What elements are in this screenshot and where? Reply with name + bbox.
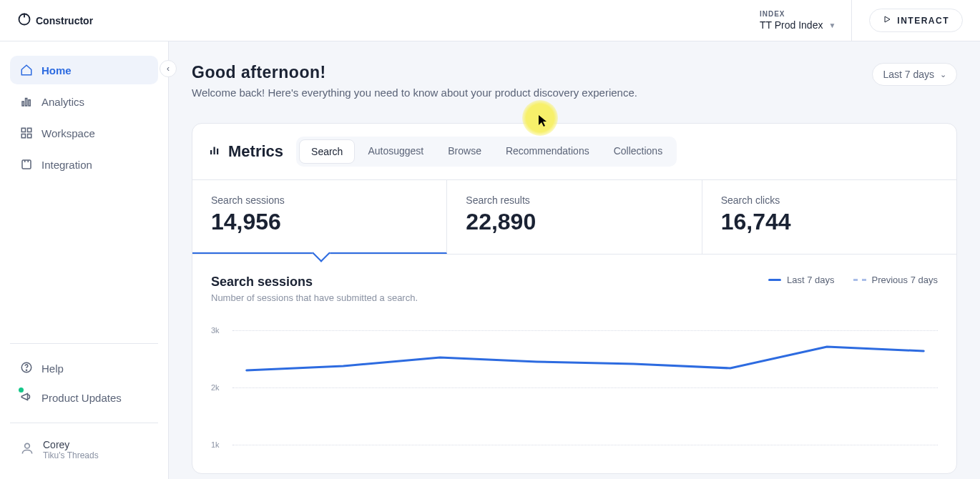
updates-label: Product Updates — [41, 392, 122, 404]
user-org: Tiku's Threads — [43, 450, 99, 460]
stat-search-sessions[interactable]: Search sessions 14,956 — [192, 180, 447, 254]
sidebar-product-updates[interactable]: Product Updates — [10, 383, 158, 413]
index-label: INDEX — [760, 10, 836, 18]
svg-marker-1 — [885, 16, 890, 22]
metrics-title: Metrics — [228, 142, 283, 161]
stat-label: Search clicks — [721, 194, 938, 206]
sidebar-item-integration[interactable]: Integration — [10, 150, 158, 179]
svg-rect-8 — [28, 134, 31, 138]
metrics-card: Metrics Search Autosuggest Browse Recomm… — [192, 123, 957, 474]
sidebar-help[interactable]: Help — [10, 354, 158, 383]
caret-down-icon: ▼ — [828, 21, 836, 29]
y-tick: 3k — [211, 326, 220, 335]
user-name: Corey — [43, 439, 99, 450]
page-header: Good afternoon! Welcome back! Here's eve… — [192, 63, 957, 99]
chart-area: 3k 2k 1k — [211, 316, 938, 459]
user-menu[interactable]: Corey Tiku's Threads — [10, 433, 158, 466]
stat-value: 14,956 — [211, 209, 428, 235]
play-icon — [883, 15, 891, 26]
tab-recommendations[interactable]: Recommendations — [494, 139, 601, 164]
sidebar-item-home[interactable]: Home — [10, 56, 158, 84]
chevron-down-icon: ⌄ — [940, 70, 946, 79]
svg-rect-13 — [210, 150, 212, 154]
svg-point-12 — [25, 443, 30, 448]
stat-label: Search results — [466, 194, 682, 206]
stat-value: 22,890 — [466, 209, 682, 235]
user-icon — [20, 441, 34, 458]
chart-section: Search sessions Number of sessions that … — [192, 255, 956, 473]
home-icon — [20, 64, 33, 76]
svg-rect-2 — [22, 102, 24, 106]
chart-subtitle: Number of sessions that have submitted a… — [211, 292, 418, 303]
help-icon — [20, 361, 33, 376]
help-label: Help — [41, 362, 64, 375]
svg-rect-9 — [22, 160, 31, 169]
stat-value: 16,744 — [721, 209, 938, 235]
megaphone-icon — [20, 390, 33, 405]
sidebar-item-label: Integration — [41, 159, 92, 171]
interact-button[interactable]: INTERACT — [869, 9, 963, 32]
sidebar-item-workspace[interactable]: Workspace — [10, 119, 158, 147]
chart-svg — [232, 316, 938, 459]
page-subgreeting: Welcome back! Here's everything you need… — [192, 87, 637, 99]
date-range-label: Last 7 days — [883, 69, 934, 80]
svg-rect-3 — [26, 99, 27, 107]
svg-rect-7 — [21, 134, 25, 138]
sidebar-item-label: Analytics — [41, 96, 84, 108]
logo-icon — [17, 12, 31, 29]
topbar: Constructor INDEX TT Prod Index ▼ INTERA… — [0, 0, 980, 41]
metrics-tabs: Search Autosuggest Browse Recommendation… — [296, 137, 677, 167]
svg-rect-4 — [29, 100, 30, 106]
notification-dot-icon — [19, 387, 24, 392]
svg-rect-6 — [28, 128, 31, 132]
y-tick: 1k — [211, 440, 220, 449]
tab-search[interactable]: Search — [299, 139, 355, 164]
tab-collections[interactable]: Collections — [602, 139, 674, 164]
sidebar-item-label: Workspace — [41, 127, 95, 139]
workspace-icon — [20, 127, 33, 139]
stat-search-results[interactable]: Search results 22,890 — [447, 180, 702, 254]
brand-logo[interactable]: Constructor — [17, 12, 93, 29]
index-selector[interactable]: INDEX TT Prod Index ▼ — [744, 0, 852, 41]
chart-title: Search sessions — [211, 275, 418, 290]
legend-current: Last 7 days — [768, 275, 835, 285]
tab-autosuggest[interactable]: Autosuggest — [356, 139, 435, 164]
date-range-selector[interactable]: Last 7 days ⌄ — [872, 63, 957, 86]
svg-rect-14 — [214, 147, 215, 155]
stat-row: Search sessions 14,956 Search results 22… — [192, 179, 956, 255]
sidebar-item-analytics[interactable]: Analytics — [10, 87, 158, 116]
bar-chart-icon — [208, 142, 221, 161]
chart-legend: Last 7 days Previous 7 days — [768, 275, 938, 285]
sidebar-item-label: Home — [41, 64, 72, 76]
stat-label: Search sessions — [211, 194, 428, 206]
legend-previous: Previous 7 days — [853, 275, 939, 285]
tab-browse[interactable]: Browse — [436, 139, 493, 164]
sidebar-collapse-button[interactable]: ‹ — [160, 60, 177, 77]
stat-search-clicks[interactable]: Search clicks 16,744 — [702, 180, 956, 254]
integration-icon — [20, 158, 33, 171]
interact-label: INTERACT — [897, 16, 949, 26]
y-tick: 2k — [211, 383, 220, 392]
chevron-left-icon: ‹ — [167, 64, 170, 74]
svg-rect-5 — [21, 128, 25, 132]
page-greeting: Good afternoon! — [192, 63, 637, 82]
svg-rect-15 — [217, 149, 218, 154]
legend-swatch-solid-icon — [768, 279, 781, 281]
legend-swatch-dashed-icon — [853, 279, 866, 281]
main-content: Good afternoon! Welcome back! Here's eve… — [169, 41, 980, 479]
index-value: TT Prod Index — [760, 19, 823, 31]
svg-point-11 — [26, 370, 26, 370]
analytics-icon — [20, 95, 33, 108]
sidebar: Home Analytics Workspace — [0, 41, 169, 479]
brand-name: Constructor — [36, 15, 93, 26]
